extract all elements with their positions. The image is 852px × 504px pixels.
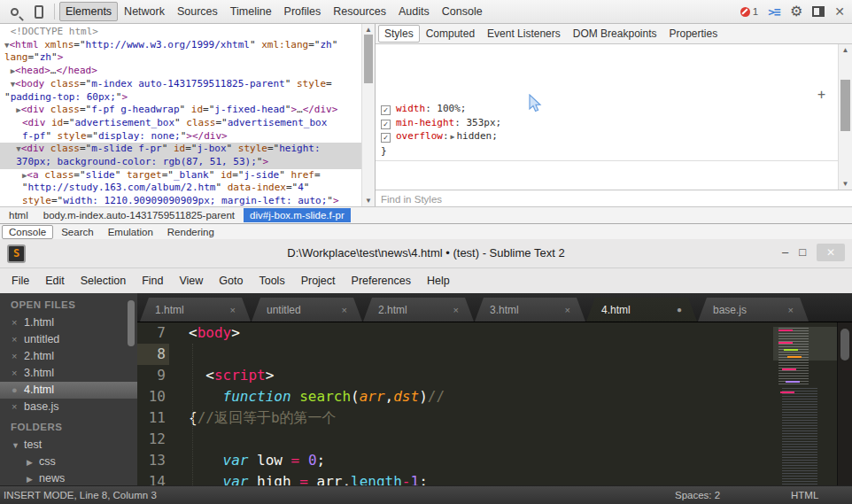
editor-tab-basejs[interactable]: base.js× (698, 298, 809, 322)
styles-scrollbar[interactable]: ▲ ▼ (838, 44, 852, 190)
file-name: 2.html (24, 350, 54, 362)
editor-scrollbar-thumb[interactable] (840, 329, 849, 361)
menu-goto[interactable]: Goto (211, 271, 251, 291)
tab-close-icon[interactable]: × (230, 305, 236, 315)
devtools-tab-profiles[interactable]: Profiles (278, 2, 328, 21)
scroll-down-icon[interactable]: ▼ (839, 180, 852, 188)
devtools-tab-network[interactable]: Network (118, 2, 171, 21)
error-count-badge[interactable]: 1 (740, 6, 758, 17)
gear-icon[interactable]: ⚙ (790, 4, 802, 19)
folder-css[interactable]: ▶css (0, 454, 137, 470)
styles-content: ✓width: 100%;✓min-height: 353px;✓overflo… (376, 44, 838, 190)
menu-preferences[interactable]: Preferences (344, 271, 419, 291)
tab-label: 4.html (601, 304, 631, 316)
tab-properties[interactable]: Properties (662, 25, 724, 43)
chevron-right-icon[interactable]: ▶ (27, 454, 39, 471)
open-file-untitled[interactable]: ×untitled (0, 331, 137, 348)
menu-find[interactable]: Find (134, 271, 171, 291)
status-syntax[interactable]: HTML (791, 486, 818, 504)
new-style-rule-button[interactable]: + (817, 89, 825, 188)
tab-dom-breakpoints[interactable]: DOM Breakpoints (567, 25, 663, 43)
editor-tab-3html[interactable]: 3.html× (475, 298, 585, 322)
folder-news[interactable]: ▶news (0, 470, 137, 485)
chevron-right-icon[interactable]: ▶ (27, 471, 39, 485)
tab-computed[interactable]: Computed (420, 25, 481, 43)
folder-test[interactable]: ▼test (0, 437, 137, 454)
open-file-1html[interactable]: ×1.html (0, 314, 137, 331)
magnifier-icon (11, 8, 19, 16)
device-mode-icon[interactable] (28, 3, 50, 20)
title-bar[interactable]: S D:\Workplace\test\news\4.html • (test)… (0, 239, 852, 268)
file-close-icon[interactable]: × (12, 399, 24, 415)
breadcrumb-html[interactable]: html (3, 208, 35, 222)
inspect-element-icon[interactable] (4, 3, 25, 20)
devtools-tab-audits[interactable]: Audits (392, 2, 436, 21)
menu-help[interactable]: Help (419, 271, 458, 291)
editor-tab-2html[interactable]: 2.html× (363, 298, 474, 322)
status-mode-position: INSERT MODE, Line 8, Column 3 (0, 490, 157, 500)
drawer-tab-emulation[interactable]: Emulation (102, 226, 159, 238)
find-in-styles-input[interactable] (376, 192, 833, 207)
dock-side-icon[interactable] (812, 6, 825, 17)
sidebar-scrollbar-thumb[interactable] (128, 300, 135, 346)
maximize-icon[interactable]: □ (799, 244, 806, 261)
breadcrumb-body[interactable]: body.m-index.auto-1431759511825-parent (37, 208, 241, 222)
open-file-basejs[interactable]: ×base.js (0, 399, 137, 415)
devtools-close-icon[interactable]: ✕ (834, 4, 845, 19)
tab-close-icon[interactable]: × (788, 305, 794, 315)
tab-event-listeners[interactable]: Event Listeners (481, 25, 567, 43)
menu-view[interactable]: View (171, 271, 211, 291)
menu-edit[interactable]: Edit (37, 271, 73, 291)
scroll-down-icon[interactable]: ▼ (362, 197, 375, 205)
status-indentation[interactable]: Spaces: 2 (675, 486, 720, 504)
open-file-4html[interactable]: ●4.html (0, 382, 137, 399)
minimap[interactable] (773, 322, 837, 485)
devtools-tab-elements[interactable]: Elements (59, 2, 118, 21)
elements-tree[interactable]: <!DOCTYPE html>▼<html xmlns="http://www.… (0, 24, 375, 206)
sidebar: OPEN FILES ×1.html ×untitled ×2.html ×3.… (0, 293, 137, 485)
chevron-down-icon[interactable]: ▼ (12, 438, 24, 454)
minimize-icon[interactable]: – (782, 244, 788, 261)
open-file-2html[interactable]: ×2.html (0, 348, 137, 365)
file-modified-icon[interactable]: ● (12, 382, 24, 399)
editor-scrollbar[interactable] (837, 322, 852, 485)
scrollbar-thumb[interactable] (364, 35, 373, 83)
drawer-tab-console[interactable]: Console (2, 225, 53, 239)
menu-selection[interactable]: Selection (73, 271, 134, 291)
drawer-tab-rendering[interactable]: Rendering (161, 226, 221, 238)
tab-modified-icon: ● (677, 305, 682, 314)
devtools-tab-timeline[interactable]: Timeline (224, 2, 278, 21)
window-title: D:\Workplace\test\news\4.html • (test) -… (0, 246, 852, 260)
file-close-icon[interactable]: × (12, 348, 24, 365)
editor-tab-1html[interactable]: 1.html× (140, 298, 251, 322)
close-icon[interactable]: ✕ (817, 244, 845, 261)
open-file-3html[interactable]: ×3.html (0, 365, 137, 382)
style-rule-element[interactable]: ✓width: 100%;✓min-height: 353px;✓overflo… (376, 72, 838, 161)
file-close-icon[interactable]: × (12, 331, 24, 348)
minimap-code-texture (778, 328, 809, 384)
menu-project[interactable]: Project (293, 271, 344, 291)
scroll-up-icon[interactable]: ▲ (362, 26, 375, 34)
menu-tools[interactable]: Tools (251, 271, 292, 291)
console-drawer-icon[interactable]: >≡ (768, 5, 780, 19)
tab-close-icon[interactable]: × (453, 305, 459, 315)
devtools-tab-sources[interactable]: Sources (171, 2, 224, 21)
tab-styles[interactable]: Styles (378, 25, 420, 43)
tab-close-icon[interactable]: × (342, 305, 347, 315)
code-editor[interactable]: 7<body>89 <script>10 function search(arr… (137, 322, 773, 485)
menu-file[interactable]: File (4, 271, 37, 291)
scrollbar-thumb[interactable] (840, 80, 850, 131)
elements-scrollbar[interactable]: ▲ ▼ (361, 24, 375, 206)
file-close-icon[interactable]: × (12, 365, 24, 382)
drawer-tab-search[interactable]: Search (55, 226, 99, 238)
file-close-icon[interactable]: × (12, 314, 24, 331)
editor-tab-4html[interactable]: 4.html● (586, 298, 697, 322)
editor-tab-untitled[interactable]: untitled× (252, 298, 362, 322)
tab-close-icon[interactable]: × (565, 305, 570, 315)
breadcrumb-selected-div[interactable]: div#j-box.m-slide.f-pr (244, 208, 351, 222)
tab-label: 1.html (155, 304, 184, 316)
error-icon (740, 7, 750, 17)
scroll-up-icon[interactable]: ▲ (839, 46, 852, 54)
devtools-tab-console[interactable]: Console (436, 2, 489, 21)
devtools-tab-resources[interactable]: Resources (327, 2, 392, 21)
